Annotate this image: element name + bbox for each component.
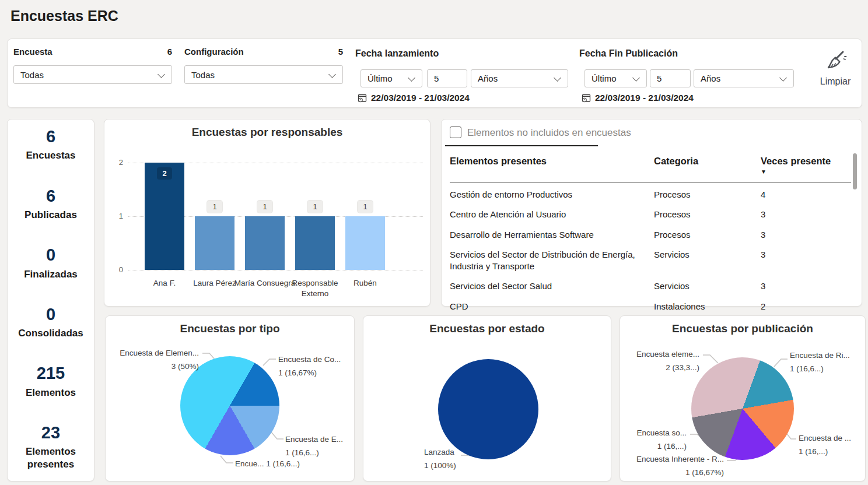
fecha-lanzamiento-mode-dropdown[interactable]: Último: [360, 69, 422, 87]
chevron-down-icon: [632, 74, 640, 82]
table-row[interactable]: Centro de Atención al Usuario Procesos 3: [450, 205, 846, 224]
cell-veces: 3: [761, 229, 846, 241]
bar-value-label: 1: [207, 201, 222, 213]
fecha-fin-range: 22/03/2019 - 21/03/2024: [582, 93, 694, 103]
cell-veces: 2: [761, 301, 846, 312]
column-header-categoria[interactable]: Categoria: [654, 156, 761, 175]
slice-name: Encuesta de Co...: [278, 353, 341, 367]
kpi-value: 0: [10, 246, 92, 263]
pie-slice-label: Encuesta eleme... 2 (33,3...): [625, 348, 699, 374]
sort-desc-icon: ▼: [761, 168, 846, 175]
table-row[interactable]: Desarrollo de Herramientas Software Proc…: [450, 225, 846, 245]
limpiar-label: Limpiar: [814, 76, 857, 87]
chevron-down-icon: [554, 74, 561, 82]
fecha-fin-mode-dropdown[interactable]: Último: [584, 69, 647, 87]
kpi-label: Elementos: [10, 386, 92, 399]
table-scrollbar[interactable]: [853, 153, 857, 189]
pie-estado-card: Encuestas por estado Lanzada 1 (100%): [363, 315, 611, 482]
pie-estado-title: Encuestas por estado: [363, 322, 611, 335]
encuesta-filter-label: Encuesta: [13, 47, 52, 57]
calendar-clock-icon: [358, 93, 367, 103]
fecha-lanzamiento-unit-dropdown[interactable]: Años: [471, 69, 568, 87]
configuracion-dropdown[interactable]: Todas: [184, 65, 343, 84]
fecha-lanzamiento-number-input[interactable]: 5: [427, 69, 467, 87]
slice-name: Encuesta de ...: [799, 432, 851, 445]
fecha-lanzamiento-unit-value: Años: [478, 73, 498, 83]
pie-slice-label: Encuesta de E... 1 (16,6...): [285, 433, 343, 459]
table-header-row: Elementos presentes Categoria Veces pres…: [450, 156, 846, 175]
pie-slice-label: Encuesta so... 1 (16,...): [621, 427, 687, 453]
slice-value: 1 (16,67%): [278, 367, 341, 380]
bar-chart-card: Encuestas por responsables 2 1 0 21111 A…: [104, 119, 430, 307]
fecha-fin-range-text: 22/03/2019 - 21/03/2024: [595, 93, 694, 103]
cell-elemento: Gestión de entorno Productivos: [450, 189, 654, 201]
column-header-label: Elementos presentes: [450, 156, 547, 166]
kpi-value: 6: [10, 128, 92, 145]
pie-publicacion-chart[interactable]: [691, 357, 794, 460]
column-header-elementos[interactable]: Elementos presentes: [450, 156, 654, 175]
bar-Rubén[interactable]: [345, 216, 385, 270]
table-row[interactable]: CPD Instalaciones 2: [450, 297, 846, 317]
table-row[interactable]: Gestión de entorno Productivos Procesos …: [450, 185, 846, 205]
elementos-table-card: Elementos no incluidos en encuestas Elem…: [441, 119, 862, 307]
bar-chart-title: Encuestas por responsables: [104, 126, 430, 139]
kpi-elementos-presentes: 23 Elementos presentes: [10, 424, 92, 470]
kpi-consolidadas: 0 Consolidadas: [10, 305, 92, 340]
page-title: Encuestas ERC: [10, 8, 118, 24]
bar-column: 1: [195, 163, 235, 270]
pie-slice-label: Encuesta Inherente - R... 1 (16,67%): [626, 453, 724, 479]
kpi-label: Elementos presentes: [16, 445, 86, 470]
column-header-veces-presente[interactable]: Veces presente ▼: [761, 156, 846, 175]
fecha-lanzamiento-range-text: 22/03/2019 - 21/03/2024: [371, 93, 470, 103]
pie-estado-chart[interactable]: [438, 359, 538, 459]
chevron-down-icon: [408, 74, 415, 82]
gridline: [128, 270, 423, 270]
encuesta-filter-count: 6: [167, 47, 172, 57]
kpi-encuestas: 6 Encuestas: [10, 128, 92, 162]
broom-icon: [823, 50, 848, 73]
table-row[interactable]: Servicios del Sector Salud Servicios 3: [450, 276, 846, 296]
chevron-down-icon: [158, 71, 165, 78]
table-header-separator: [450, 182, 851, 182]
elementos-checkbox[interactable]: [450, 126, 461, 138]
bar-Laura Pérez[interactable]: [195, 216, 235, 270]
chevron-down-icon: [779, 74, 787, 82]
table-row[interactable]: Servicios del Sector de Distribución de …: [450, 245, 846, 277]
bar-Responsable Externo[interactable]: [295, 216, 335, 270]
kpi-panel: 6 Encuestas 6 Publicadas 0 Finalizadas 0…: [7, 119, 94, 482]
pie-publicacion-card: Encuestas por publicación Encuesta eleme…: [620, 315, 866, 482]
slice-value: 2 (33,3...): [625, 361, 699, 375]
bar-column: 1: [345, 163, 385, 270]
encuesta-dropdown-value: Todas: [20, 70, 44, 80]
fecha-fin-number-input[interactable]: 5: [650, 69, 691, 87]
bar-María Consuegra[interactable]: [245, 216, 285, 270]
kpi-elementos: 215 Elementos: [10, 364, 92, 399]
cell-elemento: CPD: [450, 301, 654, 312]
encuesta-dropdown[interactable]: Todas: [13, 65, 172, 84]
kpi-publicadas: 6 Publicadas: [10, 187, 92, 222]
bar-column: 1: [245, 163, 285, 270]
cell-categoria: Servicios: [654, 249, 761, 273]
fecha-fin-number-value: 5: [657, 73, 662, 83]
pie-slice-label: Lanzada 1 (100%): [424, 446, 456, 472]
cell-veces: 3: [761, 249, 846, 273]
limpiar-button[interactable]: Limpiar: [814, 50, 857, 87]
checkbox-underline: [445, 145, 598, 146]
pie-slice-label: Encuesta de Elemen... 3 (50%): [110, 347, 199, 373]
pie-slice-label: Encuesta de Ri... 1 (16,6...): [790, 349, 850, 375]
bar-value-label: 1: [257, 201, 272, 213]
fecha-fin-unit-dropdown[interactable]: Años: [694, 69, 794, 87]
slice-value: 3 (50%): [110, 360, 199, 374]
cell-categoria: Procesos: [654, 229, 761, 241]
fecha-lanzamiento-label: Fecha lanzamiento: [355, 48, 439, 59]
kpi-value: 6: [10, 187, 92, 205]
slice-value: 1 (16,6...): [266, 459, 300, 468]
cell-veces: 3: [761, 209, 846, 220]
configuracion-filter-label: Configuración: [184, 47, 244, 57]
configuracion-dropdown-value: Todas: [191, 70, 215, 80]
calendar-clock-icon: [582, 93, 591, 103]
cell-categoria: Instalaciones: [654, 301, 761, 312]
y-axis-tick: 1: [110, 212, 123, 220]
pie-publicacion-title: Encuestas por publicación: [620, 322, 865, 335]
table-body: Gestión de entorno Productivos Procesos …: [450, 185, 846, 317]
